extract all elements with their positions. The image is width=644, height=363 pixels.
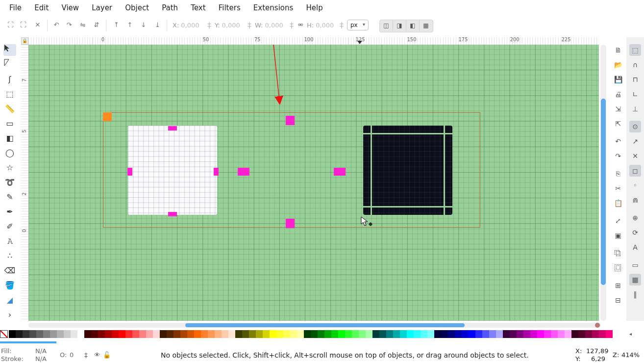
color-swatch[interactable]	[503, 330, 510, 338]
color-swatch[interactable]	[91, 330, 98, 338]
pencil-tool-icon[interactable]: ✎	[3, 191, 16, 203]
spiral-tool-icon[interactable]: ➰	[3, 177, 16, 188]
y-field[interactable]: 0,000	[222, 22, 240, 29]
guide-marker-icon[interactable]	[357, 41, 362, 44]
clone-icon[interactable]: ⿴	[612, 262, 624, 274]
duplicate-icon[interactable]: ⿻	[612, 247, 624, 259]
snap-rotation-icon[interactable]: ⟳	[629, 227, 641, 238]
color-swatch[interactable]	[544, 330, 551, 338]
color-swatch[interactable]	[448, 330, 455, 338]
color-swatch[interactable]	[105, 330, 112, 338]
color-swatch[interactable]	[311, 330, 318, 338]
snap-grid-icon[interactable]: ▦	[629, 274, 641, 285]
selection-handle[interactable]	[214, 168, 219, 176]
color-swatch[interactable]	[256, 330, 263, 338]
selection-handle[interactable]	[334, 168, 346, 176]
color-swatch[interactable]	[71, 330, 77, 338]
menu-view[interactable]: View	[56, 0, 84, 16]
no-fill-swatch[interactable]	[0, 330, 8, 338]
color-swatch[interactable]	[139, 330, 146, 338]
text-tool-icon[interactable]: 𝙰	[3, 235, 16, 247]
color-swatch[interactable]	[132, 330, 139, 338]
snap-page-icon[interactable]: ▭	[629, 259, 641, 271]
zoom-fit-icon[interactable]: ⤢	[612, 215, 624, 227]
horizontal-ruler[interactable]: 0 50 75 100 125 150 175 200 225	[28, 37, 599, 45]
color-swatch[interactable]	[366, 330, 372, 338]
color-swatch[interactable]	[475, 330, 482, 338]
color-swatch[interactable]	[208, 330, 215, 338]
export-icon[interactable]: ⇱	[612, 118, 624, 130]
y-spin-icon[interactable]: ‡	[244, 21, 255, 30]
color-swatch[interactable]	[482, 330, 489, 338]
layer-lock-icon[interactable]: 🔓	[103, 351, 111, 359]
open-icon[interactable]: 📂	[612, 59, 624, 71]
white-rect-object[interactable]	[128, 126, 217, 215]
snap-intersect-icon[interactable]: ✕	[629, 150, 641, 162]
color-swatch[interactable]	[9, 330, 16, 338]
color-swatch[interactable]	[242, 330, 249, 338]
color-swatch[interactable]	[606, 330, 613, 338]
selection-handle[interactable]	[168, 212, 177, 216]
color-swatch[interactable]	[469, 330, 475, 338]
color-swatch[interactable]	[427, 330, 434, 338]
selector-tool-icon[interactable]	[3, 44, 16, 56]
menu-path[interactable]: Path	[156, 0, 183, 16]
color-swatch[interactable]	[386, 330, 393, 338]
color-swatch[interactable]	[345, 330, 352, 338]
snap-bbox-icon[interactable]: ∩	[629, 59, 641, 71]
unit-select[interactable]: px	[347, 20, 369, 30]
color-swatch[interactable]	[599, 330, 606, 338]
color-swatch[interactable]	[414, 330, 421, 338]
color-swatch[interactable]	[119, 330, 125, 338]
color-swatch[interactable]	[592, 330, 599, 338]
lower-bottom-icon[interactable]: ⤓	[152, 20, 163, 30]
affect-stroke-icon[interactable]: ◫	[380, 20, 393, 31]
ungroup-icon[interactable]: ⊟	[612, 294, 624, 306]
color-swatch[interactable]	[571, 330, 578, 338]
canvas[interactable]	[28, 45, 599, 321]
color-swatch[interactable]	[50, 330, 57, 338]
color-swatch[interactable]	[173, 330, 180, 338]
stroke-value[interactable]: N/A	[35, 355, 47, 363]
select-all-layers-icon[interactable]: ⛶	[18, 20, 28, 30]
flip-v-icon[interactable]: ⇵	[91, 20, 102, 30]
color-swatch[interactable]	[510, 330, 517, 338]
snap-edge-icon[interactable]: ⊓	[629, 74, 641, 85]
snap-node-icon[interactable]: ⊙	[629, 121, 641, 132]
menu-text[interactable]: Text	[185, 0, 211, 16]
opacity-spin-icon[interactable]: ‡	[84, 351, 88, 359]
color-swatch[interactable]	[359, 330, 366, 338]
selection-handle[interactable]	[127, 168, 132, 176]
snap-enable-icon[interactable]: ⬚	[629, 44, 641, 56]
redo-icon[interactable]: ↷	[612, 150, 624, 162]
rotate-ccw-icon[interactable]: ↶	[51, 20, 62, 30]
color-swatch[interactable]	[352, 330, 359, 338]
color-swatch[interactable]	[23, 330, 29, 338]
snap-cusp-icon[interactable]: ◻	[629, 165, 641, 177]
guide-lock-icon[interactable]: 🔒	[21, 37, 28, 45]
pen-tool-icon[interactable]: ✒	[3, 206, 16, 218]
color-swatch[interactable]	[160, 330, 167, 338]
color-swatch[interactable]	[421, 330, 427, 338]
color-swatch[interactable]	[434, 330, 441, 338]
color-swatch[interactable]	[235, 330, 242, 338]
color-swatch[interactable]	[455, 330, 462, 338]
color-swatch[interactable]	[324, 330, 331, 338]
color-swatch[interactable]	[379, 330, 386, 338]
menu-file[interactable]: File	[4, 0, 27, 16]
eraser-tool-icon[interactable]: ⌫	[3, 265, 16, 277]
color-swatch[interactable]	[297, 330, 304, 338]
h-spin-icon[interactable]: ‡	[336, 21, 347, 30]
color-swatch[interactable]	[77, 330, 84, 338]
measure-tool-icon[interactable]: 📏	[3, 103, 16, 115]
rotate-cw-icon[interactable]: ↷	[64, 20, 74, 30]
color-swatch[interactable]	[57, 330, 64, 338]
snap-text-icon[interactable]: A	[629, 241, 641, 253]
w-field[interactable]: 0,000	[265, 22, 283, 29]
raise-top-icon[interactable]: ⤒	[111, 20, 122, 30]
color-swatch[interactable]	[585, 330, 592, 338]
snap-path-icon[interactable]: ↗	[629, 135, 641, 147]
color-swatch[interactable]	[36, 330, 43, 338]
black-rect-object[interactable]	[363, 126, 452, 215]
layer-vis-icon[interactable]: 👁	[94, 351, 100, 359]
